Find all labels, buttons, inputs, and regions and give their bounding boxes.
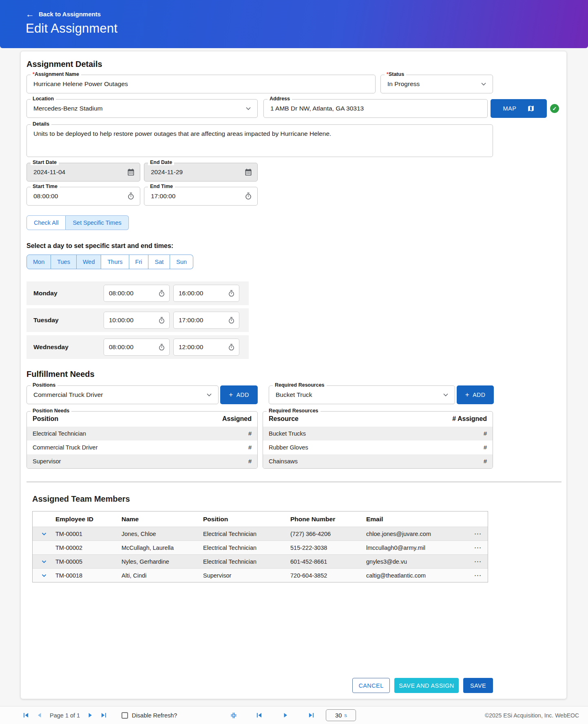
day-time-row-monday: Monday 08:00:00 16:00:00 [27, 281, 249, 305]
positions-label: Positions [31, 382, 57, 388]
address-verified-check-icon: ✓ [550, 104, 559, 113]
refresh-last-icon[interactable] [307, 711, 315, 719]
expand-row-chevron-icon[interactable] [33, 572, 55, 579]
start-time-input[interactable]: Start Time 08:00:00 [27, 187, 140, 206]
tuesday-end-time-input[interactable]: 17:00:00 [173, 312, 239, 329]
row-more-actions-icon[interactable]: ⋯ [467, 529, 489, 538]
day-button-group: Mon Tues Wed Thurs Fri Sat Sun [27, 255, 193, 269]
position-needs-table-label: Position Needs [31, 408, 71, 414]
status-select[interactable]: *Status In Progress [380, 75, 493, 93]
address-input[interactable]: Address 1 AMB Dr NW, Atlanta, GA 30313 [263, 99, 488, 118]
address-label: Address [267, 96, 292, 102]
refresh-first-icon[interactable] [255, 711, 263, 719]
day-button-mon[interactable]: Mon [27, 255, 51, 269]
timer-icon [228, 343, 235, 351]
details-label: Details [31, 121, 51, 127]
tuesday-start-time-input[interactable]: 10:00:00 [104, 312, 170, 329]
fulfillment-needs-heading: Fulfillment Needs [27, 370, 561, 379]
page-indicator: Page 1 of 1 [50, 712, 80, 719]
plus-icon: + [229, 391, 233, 399]
expand-row-chevron-icon[interactable] [33, 558, 55, 565]
back-to-assignments-link[interactable]: ← Back to Assignments [26, 11, 588, 18]
save-and-assign-button[interactable]: SAVE AND ASSIGN [394, 678, 459, 693]
required-resources-table: Required Resources Resource # Assigned B… [263, 411, 493, 469]
table-header: Resource # Assigned [263, 412, 493, 427]
team-table-header: Employee ID Name Position Phone Number E… [33, 511, 488, 527]
day-button-wed[interactable]: Wed [77, 255, 102, 269]
back-link-label: Back to Assignments [39, 11, 101, 18]
required-resources-label: Required Resources [273, 382, 327, 388]
monday-start-time-input[interactable]: 08:00:00 [104, 285, 170, 302]
monday-end-time-input[interactable]: 16:00:00 [173, 285, 239, 302]
cancel-button[interactable]: CANCEL [352, 678, 390, 693]
assignment-details-heading: Assignment Details [27, 60, 561, 69]
day-button-tues[interactable]: Tues [51, 255, 77, 269]
assigned-team-members-heading: Assigned Team Members [32, 494, 561, 504]
location-label: Location [31, 96, 56, 102]
timer-icon [158, 317, 166, 324]
last-page-icon[interactable] [100, 711, 108, 719]
section-divider [27, 482, 561, 482]
day-button-sat[interactable]: Sat [148, 255, 170, 269]
details-textarea[interactable]: Details Units to be deployed to help res… [27, 124, 493, 157]
day-time-row-tuesday: Tuesday 10:00:00 17:00:00 [27, 308, 249, 332]
disable-refresh-checkbox[interactable] [122, 712, 128, 719]
timer-icon [127, 192, 135, 200]
required-resources-select[interactable]: Required Resources Bucket Truck [269, 385, 455, 404]
back-arrow-icon: ← [26, 11, 34, 17]
day-select-instruction: Select a day to set specific start and e… [27, 242, 561, 250]
play-refresh-icon[interactable] [282, 711, 290, 719]
day-button-fri[interactable]: Fri [129, 255, 149, 269]
table-row: Rubber Gloves# [263, 441, 493, 454]
chevron-down-icon [480, 80, 488, 88]
end-date-label: End Date [148, 159, 174, 165]
day-time-row-wednesday: Wednesday 08:00:00 12:00:00 [27, 335, 249, 359]
page-title: Edit Assignment [26, 21, 588, 36]
day-name: Tuesday [33, 317, 104, 324]
previous-page-icon[interactable] [35, 711, 43, 719]
table-row: Commercial Truck Driver# [27, 441, 257, 454]
timer-icon [228, 317, 235, 324]
expand-row-chevron-icon[interactable] [33, 530, 55, 538]
copyright-text: ©2025 ESi Acquisition, Inc. WebEOC [485, 712, 579, 719]
chevron-down-icon [244, 104, 252, 113]
end-date-input: End Date 2024-11-29 [144, 163, 258, 182]
disable-refresh-label: Disable Refresh? [132, 712, 177, 719]
calendar-icon [127, 168, 135, 176]
edit-assignment-card: Assignment Details *Assignment Name Hurr… [20, 51, 567, 699]
wednesday-start-time-input[interactable]: 08:00:00 [104, 339, 170, 356]
row-more-actions-icon[interactable]: ⋯ [467, 543, 489, 552]
app-header: ← Back to Assignments Edit Assignment [0, 0, 588, 48]
assignment-name-label: *Assignment Name [31, 71, 81, 77]
wednesday-end-time-input[interactable]: 12:00:00 [173, 339, 239, 356]
add-resource-button[interactable]: + ADD [457, 385, 494, 404]
row-more-actions-icon[interactable]: ⋯ [467, 571, 489, 580]
status-label: *Status [385, 71, 406, 77]
calendar-icon [244, 168, 252, 176]
start-date-label: Start Date [31, 159, 59, 165]
required-resources-table-label: Required Resources [267, 408, 321, 414]
plus-icon: + [465, 391, 469, 399]
map-button[interactable]: MAP [491, 99, 547, 118]
first-page-icon[interactable] [22, 711, 30, 719]
add-position-button[interactable]: + ADD [220, 385, 258, 404]
timer-icon [158, 343, 166, 351]
day-button-thurs[interactable]: Thurs [101, 255, 129, 269]
day-button-sun[interactable]: Sun [170, 255, 193, 269]
positions-select[interactable]: Positions Commercial Truck Driver [27, 385, 219, 404]
location-select[interactable]: Location Mercedes-Benz Stadium [27, 99, 258, 118]
end-time-input[interactable]: End Time 17:00:00 [144, 187, 258, 206]
check-all-button[interactable]: Check All [27, 215, 66, 230]
map-button-label: MAP [503, 105, 516, 112]
assignment-name-input[interactable]: *Assignment Name Hurricane Helene Power … [27, 75, 376, 93]
next-page-icon[interactable] [86, 711, 94, 719]
table-row: Chainsaws# [263, 454, 493, 468]
end-time-label: End Time [148, 184, 175, 189]
save-button[interactable]: SAVE [463, 678, 493, 693]
row-more-actions-icon[interactable]: ⋯ [467, 557, 489, 566]
compress-icon[interactable] [230, 712, 237, 719]
team-member-row: TM-00005 Nyles, Gerhardine Electrical Te… [33, 554, 488, 568]
chevron-down-icon [205, 391, 213, 399]
set-specific-times-button[interactable]: Set Specific Times [66, 215, 128, 230]
refresh-interval-input[interactable]: 30 s [326, 709, 356, 721]
